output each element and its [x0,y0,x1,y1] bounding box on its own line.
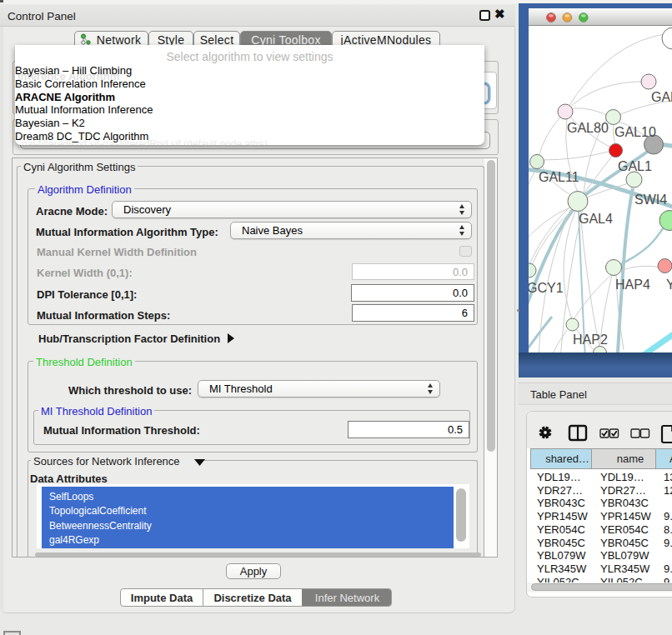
svg-text:Y: Y [666,278,672,292]
svg-text:GAL10: GAL10 [614,125,656,139]
svg-text:GAL11: GAL11 [539,170,579,184]
svg-text:GAL4: GAL4 [579,212,613,226]
svg-text:GAL1: GAL1 [618,159,652,173]
svg-text:GAL80: GAL80 [567,121,609,135]
svg-text:HAP2: HAP2 [573,332,608,347]
svg-text:GCY1: GCY1 [529,281,564,295]
svg-text:GAL: GAL [651,90,672,104]
svg-text:HAP4: HAP4 [615,278,650,292]
svg-text:SWI4: SWI4 [634,192,667,207]
